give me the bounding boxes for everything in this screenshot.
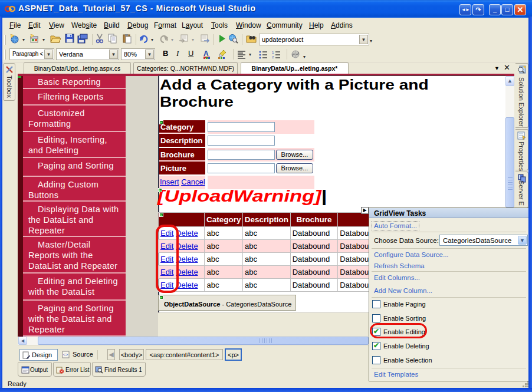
svg-text:<>: <> (63, 353, 68, 357)
svg-text:1: 1 (272, 51, 274, 54)
svg-text:A: A (203, 50, 209, 58)
svg-text:2: 2 (272, 55, 274, 59)
